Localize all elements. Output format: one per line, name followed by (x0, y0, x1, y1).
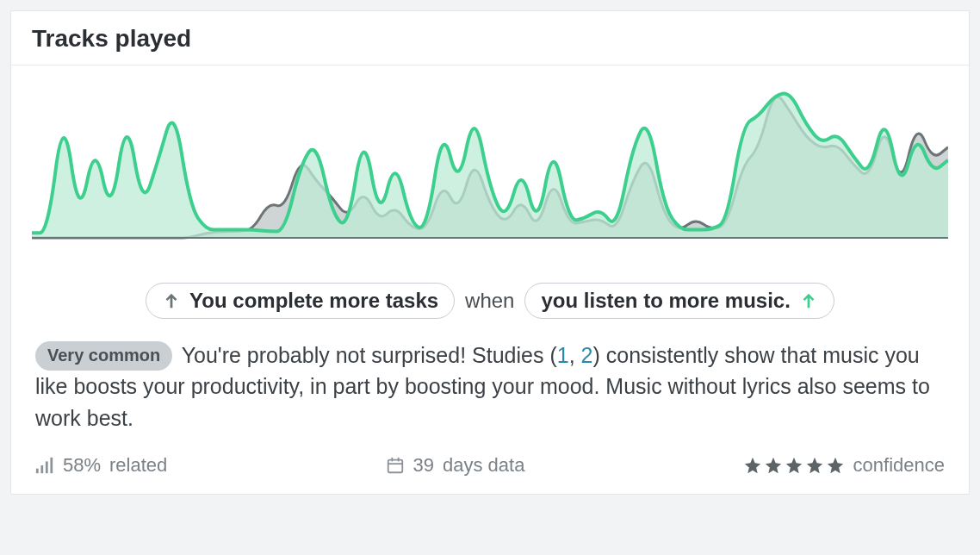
reference-link-1[interactable]: 1 (557, 343, 569, 367)
frequency-badge: Very common (35, 341, 172, 371)
star-icon (826, 456, 845, 475)
insight-summary: You complete more tasks when you listen … (11, 255, 969, 334)
bars-icon (35, 456, 54, 475)
insight-pill-a[interactable]: You complete more tasks (146, 283, 455, 319)
desc-before: You're probably not surprised! Studies ( (182, 343, 557, 367)
pill-a-label: You complete more tasks (189, 289, 438, 313)
confidence-stat: confidence (743, 454, 945, 477)
insight-card: Tracks played You complete more tasks wh… (10, 10, 970, 495)
svg-rect-3 (46, 461, 48, 473)
arrow-up-icon (799, 291, 818, 310)
related-stat: 58% related (35, 454, 167, 477)
pill-b-label: you listen to more music. (541, 289, 790, 313)
star-icon (764, 456, 783, 475)
days-value: 39 (413, 454, 434, 477)
svg-rect-1 (36, 468, 39, 473)
calendar-icon (386, 456, 405, 475)
insight-pill-b[interactable]: you listen to more music. (524, 283, 834, 319)
chart (11, 65, 969, 255)
desc-sep: , (569, 343, 581, 367)
card-header: Tracks played (11, 11, 969, 65)
arrow-up-icon (162, 291, 181, 310)
card-title: Tracks played (32, 25, 948, 53)
insight-description: Very common You're probably not surprise… (11, 334, 969, 442)
star-icon (805, 456, 824, 475)
related-value: 58% (63, 454, 101, 477)
confidence-stars (743, 456, 845, 475)
svg-rect-5 (388, 459, 402, 472)
insight-connector: when (465, 289, 514, 313)
days-stat: 39 days data (386, 454, 525, 477)
related-label: related (109, 454, 167, 477)
star-icon (785, 456, 803, 475)
svg-rect-4 (50, 458, 53, 473)
svg-rect-2 (40, 465, 43, 473)
card-footer: 58% related 39 days data confidence (11, 442, 969, 494)
days-label: days data (443, 454, 524, 477)
reference-link-2[interactable]: 2 (581, 343, 593, 367)
confidence-label: confidence (853, 454, 945, 477)
star-icon (743, 456, 762, 475)
